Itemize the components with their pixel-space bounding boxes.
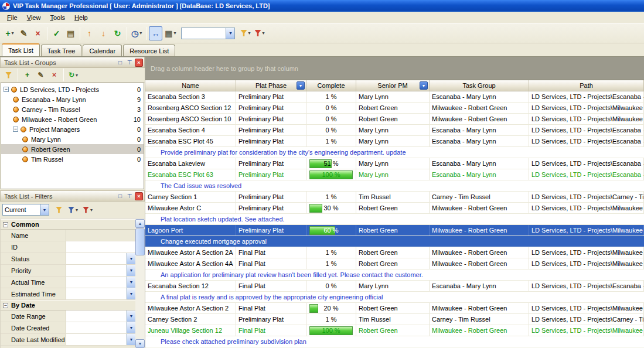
tab-calendar[interactable]: Calendar bbox=[83, 45, 122, 56]
scroll-thumb[interactable] bbox=[135, 228, 145, 255]
history-button[interactable]: ◷▾ bbox=[130, 26, 144, 40]
tree-item-ld-services-ltd-projects[interactable]: −LD Services, LTD - Projects0 bbox=[1, 84, 144, 94]
delete-task-button[interactable]: × bbox=[31, 26, 45, 40]
tree-item-escanaba-mary-lynn[interactable]: Escanaba - Mary Lynn9 bbox=[1, 94, 144, 104]
plat-phase-filter-button[interactable]: ▼ bbox=[297, 81, 305, 90]
note-row[interactable]: The Cad issue was resolved bbox=[145, 180, 644, 192]
filter-section-common[interactable]: −Common bbox=[1, 219, 135, 230]
note-row[interactable]: Provide preliminary plat for considerati… bbox=[145, 147, 644, 158]
combo-dropdown-icon[interactable]: ▼ bbox=[226, 28, 234, 39]
group-by-box[interactable]: Drag a column header here to group by th… bbox=[145, 57, 644, 80]
filter-button[interactable]: ▾ bbox=[238, 26, 252, 40]
tab-task-list[interactable]: Task List bbox=[2, 43, 40, 56]
task-row[interactable]: Escanaba Section 3Preliminary Plat1 %Mar… bbox=[145, 91, 644, 103]
priority-dropdown-icon[interactable]: ▼ bbox=[127, 265, 135, 276]
expander-icon[interactable]: − bbox=[13, 127, 18, 132]
date-range-dropdown-icon[interactable]: ▼ bbox=[127, 311, 135, 322]
task-row[interactable]: Escanaba ESC Plot 45Preliminary Plat1 %M… bbox=[145, 136, 644, 147]
scroll-down-icon[interactable]: ▼ bbox=[135, 339, 145, 348]
clear-filter-button[interactable]: ▾ bbox=[253, 26, 267, 40]
note-row[interactable]: A final plat is ready and is approved by… bbox=[145, 292, 644, 303]
menu-help[interactable]: Help bbox=[70, 13, 93, 22]
groups-filter-button[interactable] bbox=[2, 69, 15, 81]
task-row[interactable]: Milwaukee Astor A Section 2AFinal Plat1 … bbox=[145, 247, 644, 258]
groups-panel-close-button[interactable]: × bbox=[135, 59, 143, 67]
filter-section-by-date[interactable]: −By Date bbox=[1, 300, 135, 311]
tree-item-milwaukee-robert-green[interactable]: Milwaukee - Robert Green10 bbox=[1, 114, 144, 124]
font-combobox[interactable]: ▼ bbox=[181, 28, 235, 39]
senior-pm-filter-button[interactable]: ▼ bbox=[420, 81, 428, 90]
column-header-task-group[interactable]: Task Group bbox=[430, 80, 529, 91]
task-notes-button[interactable]: ▤ bbox=[64, 26, 77, 40]
menu-tools[interactable]: Tools bbox=[45, 13, 70, 22]
new-group-button[interactable]: + bbox=[21, 69, 33, 81]
view-columns-button[interactable]: ▦▾ bbox=[163, 26, 178, 40]
column-header-senior-pm[interactable]: Senior PM▼ bbox=[356, 80, 430, 91]
filter-preset-combobox[interactable]: Current▼ bbox=[2, 204, 49, 216]
refresh-button[interactable]: ↻ bbox=[111, 26, 124, 40]
groups-panel-pin-button[interactable]: ⊤ bbox=[125, 59, 134, 67]
estimated-time-dropdown-icon[interactable]: ▼ bbox=[127, 288, 135, 299]
reset-filter-button[interactable]: ▾ bbox=[81, 204, 94, 216]
menu-view[interactable]: View bbox=[22, 13, 46, 22]
delete-group-button[interactable]: × bbox=[48, 69, 60, 81]
note-row[interactable]: Please check attached preliminary subdiv… bbox=[145, 336, 644, 347]
new-filter-button[interactable] bbox=[53, 204, 65, 216]
groups-panel-restore-button[interactable]: □ bbox=[116, 59, 124, 67]
tab-task-tree[interactable]: Task Tree bbox=[41, 45, 82, 56]
column-header-complete[interactable]: Complete bbox=[306, 80, 356, 91]
filters-panel-restore-button[interactable]: □ bbox=[116, 192, 124, 200]
tab-resource-list[interactable]: Resource List bbox=[123, 45, 175, 56]
edit-group-button[interactable]: ✎ bbox=[35, 69, 47, 81]
scroll-up-icon[interactable]: ▲ bbox=[135, 219, 145, 228]
filters-scrollbar[interactable]: ▲ ▼ bbox=[135, 219, 145, 348]
date-created-dropdown-icon[interactable]: ▼ bbox=[127, 322, 135, 333]
new-task-button[interactable]: +▾ bbox=[3, 26, 16, 40]
refresh-groups-button[interactable]: ↻▾ bbox=[67, 69, 80, 81]
status-value bbox=[66, 253, 127, 264]
task-row[interactable]: Carney Section 2Preliminary Plat1 %Tim R… bbox=[145, 314, 644, 325]
tree-item-tim-russel[interactable]: Tim Russel0 bbox=[1, 154, 144, 164]
id-input[interactable] bbox=[66, 241, 135, 253]
column-header-path[interactable]: Path bbox=[529, 80, 644, 91]
tree-item-project-managers[interactable]: −Project Managers0 bbox=[1, 124, 144, 134]
fit-columns-button[interactable]: ↔ bbox=[149, 26, 162, 40]
task-row[interactable]: Milwaukee Astor A Section 2Final Plat20 … bbox=[145, 303, 644, 314]
filters-panel-close-button[interactable]: × bbox=[135, 192, 143, 200]
move-up-button[interactable]: ↑ bbox=[83, 26, 96, 40]
task-row[interactable]: Carney Section 1Preliminary Plat1 %Tim R… bbox=[145, 192, 644, 203]
complete-task-button[interactable]: ✓ bbox=[50, 26, 63, 40]
task-row[interactable]: Rosenberg ASCO Section 10Preliminary Pla… bbox=[145, 114, 644, 125]
note-row[interactable]: Plat location sketch updated. See attach… bbox=[145, 214, 644, 225]
task-row[interactable]: Escanaba LakeviewPreliminary Plat51 %Mar… bbox=[145, 158, 644, 169]
task-row[interactable]: Escanaba ESC Plot 63Preliminary Plat100 … bbox=[145, 169, 644, 180]
note-row[interactable]: Change executed mortgage approval bbox=[145, 236, 644, 247]
filters-panel-pin-button[interactable]: ⊤ bbox=[125, 192, 134, 200]
actual-time-dropdown-icon[interactable]: ▼ bbox=[127, 277, 135, 288]
column-header-name[interactable]: Name bbox=[145, 80, 236, 91]
column-header-plat-phase[interactable]: Plat Phase▼ bbox=[236, 80, 306, 91]
date-last-modified-dropdown-icon[interactable]: ▼ bbox=[127, 334, 135, 345]
task-row[interactable]: Lagoon PortPreliminary Plat60 %Robert Gr… bbox=[145, 225, 644, 236]
task-row[interactable]: Milwaukee Astor A Section 4AFinal Plat1 … bbox=[145, 258, 644, 269]
task-row[interactable]: Juneau Village Section 12Final Plat100 %… bbox=[145, 325, 644, 336]
cell-complete: 100 % bbox=[306, 169, 356, 180]
collapse-icon[interactable]: − bbox=[3, 222, 8, 227]
expander-icon[interactable]: − bbox=[4, 87, 9, 92]
menu-file[interactable]: File bbox=[2, 13, 22, 22]
tree-item-mary-lynn[interactable]: Mary Lynn0 bbox=[1, 134, 144, 144]
edit-task-button[interactable]: ✎ bbox=[17, 26, 30, 40]
move-down-button[interactable]: ↓ bbox=[97, 26, 110, 40]
status-dropdown-icon[interactable]: ▼ bbox=[127, 253, 135, 264]
task-row[interactable]: Rosenberg ASCO Section 12Preliminary Pla… bbox=[145, 103, 644, 114]
tree-item-robert-green[interactable]: Robert Green0 bbox=[1, 144, 144, 154]
edit-filter-button[interactable]: ▾ bbox=[66, 204, 80, 216]
task-row[interactable]: Escanaba Section 4Preliminary Plat0 %Mar… bbox=[145, 125, 644, 136]
cell-name: Juneau Village Section 12 bbox=[145, 325, 236, 336]
tree-item-carney-tim-russel[interactable]: Carney - Tim Russel3 bbox=[1, 104, 144, 114]
combo-dropdown-icon[interactable]: ▼ bbox=[40, 204, 49, 215]
collapse-icon[interactable]: − bbox=[3, 303, 8, 308]
task-row[interactable]: Escanaba Section 12Final Plat0 %Mary Lyn… bbox=[145, 281, 644, 292]
note-row[interactable]: An application for preliminary plat revi… bbox=[145, 269, 644, 281]
task-row[interactable]: Milwaukee Astor CPreliminary Plat30 %Rob… bbox=[145, 203, 644, 214]
